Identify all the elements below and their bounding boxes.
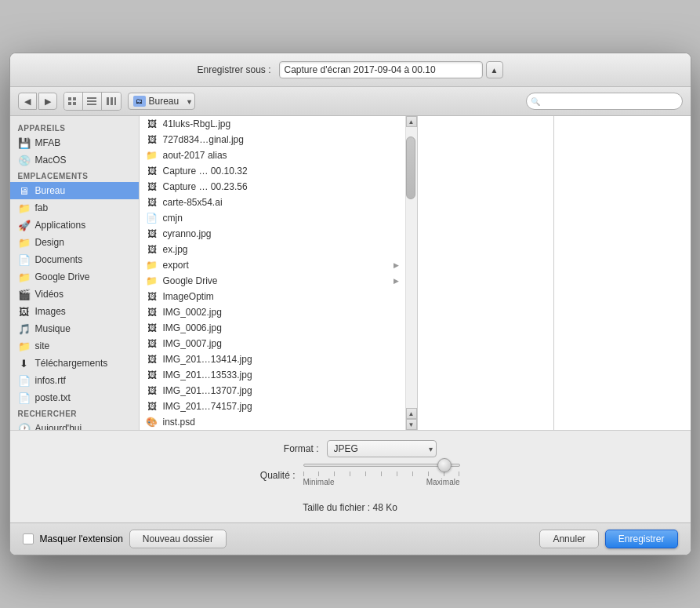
sidebar: APPAREILS💾MFAB💿MacOSEMPLACEMENTS🖥Bureau📁…	[10, 116, 140, 430]
sidebar-label-infos: infos.rtf	[35, 375, 66, 386]
file-item[interactable]: 🖼IMG_0002.jpg	[140, 304, 405, 320]
sidebar-icon-design: 📁	[18, 236, 31, 249]
sidebar-item-images[interactable]: 🖼Images	[10, 303, 139, 320]
file-item[interactable]: 📄cmjn	[140, 210, 405, 226]
expand-button[interactable]: ▲	[486, 61, 503, 78]
file-name: inst.psd	[163, 417, 399, 428]
sidebar-item-musique[interactable]: 🎵Musique	[10, 320, 139, 337]
sidebar-item-macos[interactable]: 💿MacOS	[10, 151, 139, 169]
format-select-wrapper: JPEG PNG TIFF PDF	[327, 440, 437, 457]
scroll-up-arrow[interactable]: ▲	[406, 116, 417, 127]
sidebar-label-macos: MacOS	[35, 155, 67, 166]
svg-rect-5	[87, 100, 96, 102]
scroll-down-arrow-2[interactable]: ▼	[406, 419, 417, 430]
scroll-down-arrow-1[interactable]: ▲	[406, 408, 417, 419]
quality-slider-thumb[interactable]	[437, 458, 452, 472]
file-item[interactable]: 🖼IMG_201…74157.jpg	[140, 399, 405, 414]
file-name: IMG_0006.jpg	[163, 322, 399, 333]
file-item[interactable]: 🖼IMG_201…13414.jpg	[140, 351, 405, 367]
cancel-button[interactable]: Annuler	[539, 530, 598, 548]
file-item[interactable]: 🖼Capture … 00.10.32	[140, 163, 405, 179]
sidebar-item-mfab[interactable]: 💾MFAB	[10, 134, 139, 151]
file-name: Google Drive	[163, 275, 389, 286]
file-icon: 🖼	[146, 306, 158, 319]
new-folder-button[interactable]: Nouveau dossier	[129, 530, 227, 548]
file-name: IMG_201…13707.jpg	[163, 385, 399, 396]
slider-max-label: Maximale	[426, 478, 460, 486]
file-list-scroll[interactable]: 🖼41luks-RbgL.jpg🖼727d834…ginal.jpg📁aout-…	[140, 116, 405, 430]
file-item[interactable]: 🖼727d834…ginal.jpg	[140, 132, 405, 147]
file-item[interactable]: 📁export▶	[140, 257, 405, 273]
file-item[interactable]: 🎨inst.psd	[140, 414, 405, 430]
save-dialog: Enregistrer sous : ▲ ◀ ▶ 🗂 Bureau	[9, 53, 691, 555]
svg-rect-6	[87, 104, 96, 105]
tick-1	[303, 471, 304, 476]
file-icon: 📁	[146, 259, 158, 271]
filename-wrapper: ▲	[279, 61, 503, 78]
file-item[interactable]: 🖼Capture … 00.23.56	[140, 179, 405, 195]
sidebar-icon-bureau: 🖥	[18, 184, 31, 197]
format-select[interactable]: JPEG PNG TIFF PDF	[327, 440, 437, 457]
file-icon: 🖼	[146, 384, 158, 397]
file-item[interactable]: 🖼IMG_201…13533.jpg	[140, 367, 405, 383]
file-icon: 🖼	[146, 118, 158, 130]
file-icon: 🖼	[146, 228, 158, 240]
sidebar-item-telechargements[interactable]: ⬇Téléchargements	[10, 355, 139, 372]
forward-button[interactable]: ▶	[38, 93, 57, 110]
sidebar-label-poste: poste.txt	[35, 392, 71, 403]
sidebar-item-bureau[interactable]: 🖥Bureau	[10, 182, 139, 199]
file-item[interactable]: 🖼41luks-RbgL.jpg	[140, 116, 405, 132]
sidebar-item-documents[interactable]: 📄Documents	[10, 251, 139, 268]
sidebar-item-videos[interactable]: 🎬Vidéos	[10, 286, 139, 303]
file-name: IMG_0007.jpg	[163, 338, 399, 349]
file-item[interactable]: 📁Google Drive▶	[140, 273, 405, 289]
scrollbar-thumb[interactable]	[406, 137, 415, 199]
file-icon: 🖼	[146, 400, 158, 413]
sidebar-label-documents: Documents	[35, 254, 83, 265]
location-select[interactable]: 🗂 Bureau ▾	[128, 93, 196, 110]
file-item[interactable]: 🖼ex.jpg	[140, 242, 405, 257]
sidebar-item-site[interactable]: 📁site	[10, 337, 139, 355]
main-content: APPAREILS💾MFAB💿MacOSEMPLACEMENTS🖥Bureau📁…	[10, 116, 691, 430]
file-item[interactable]: 🖼IMG_201…13707.jpg	[140, 383, 405, 399]
sidebar-item-applications[interactable]: 🚀Applications	[10, 217, 139, 234]
sidebar-icon-poste: 📄	[18, 391, 31, 404]
file-list-panel: 🖼41luks-RbgL.jpg🖼727d834…ginal.jpg📁aout-…	[140, 116, 418, 430]
file-item[interactable]: 🖼ImageOptim	[140, 289, 405, 304]
file-name: aout-2017 alias	[163, 150, 399, 161]
svg-rect-7	[107, 97, 109, 105]
file-item[interactable]: 🖼IMG_0006.jpg	[140, 320, 405, 336]
file-size-label: Taille du fichier :	[303, 502, 370, 513]
save-button[interactable]: Enregistrer	[605, 530, 678, 548]
sidebar-item-design[interactable]: 📁Design	[10, 234, 139, 251]
search-input[interactable]	[526, 93, 683, 110]
svg-rect-9	[114, 97, 116, 105]
hide-extension-checkbox[interactable]	[23, 533, 34, 544]
column-view-button[interactable]	[102, 93, 121, 110]
file-size-row: Taille du fichier : 48 Ko	[26, 502, 675, 513]
sidebar-item-fab[interactable]: 📁fab	[10, 199, 139, 217]
file-item[interactable]: 🖼cyranno.jpg	[140, 226, 405, 242]
sidebar-item-infos[interactable]: 📄infos.rtf	[10, 372, 139, 389]
column-panel-2	[418, 116, 555, 430]
sidebar-item-aujourdhui[interactable]: 🕐Aujourd'hui	[10, 420, 139, 430]
icon-view-button[interactable]	[64, 93, 83, 110]
file-item[interactable]: 🖼carte-85x54.ai	[140, 195, 405, 210]
filename-input[interactable]	[279, 61, 483, 78]
sidebar-icon-mfab: 💾	[18, 137, 31, 149]
sidebar-label-bureau: Bureau	[35, 185, 66, 196]
file-icon: 🖼	[146, 290, 158, 303]
sidebar-item-poste[interactable]: 📄poste.txt	[10, 389, 139, 406]
scrollbar-track: ▲ ▲ ▼	[405, 116, 417, 430]
file-name: 41luks-RbgL.jpg	[163, 118, 399, 129]
file-icon: 🖼	[146, 196, 158, 209]
file-item[interactable]: 📁aout-2017 alias	[140, 147, 405, 163]
sidebar-icon-google-drive: 📁	[18, 271, 31, 283]
sidebar-item-google-drive[interactable]: 📁Google Drive	[10, 268, 139, 286]
file-item[interactable]: 🖼IMG_0007.jpg	[140, 336, 405, 351]
sidebar-label-musique: Musique	[35, 323, 71, 334]
tick-8	[412, 471, 413, 476]
list-view-button[interactable]	[83, 93, 102, 110]
back-button[interactable]: ◀	[18, 93, 37, 110]
quality-row: Qualité :	[26, 464, 675, 486]
